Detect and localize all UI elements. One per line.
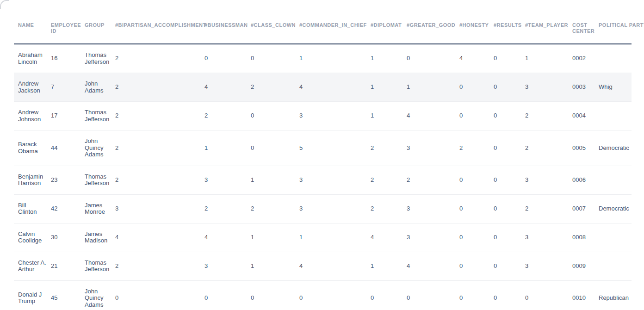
cell-employee_id: 44 xyxy=(51,130,85,166)
column-header-results[interactable]: #RESULTS xyxy=(494,20,525,44)
cell-bipartisan_accomplishment: 2 xyxy=(115,130,204,166)
table-row[interactable]: Bill Clinton42James Monroe3223230020007D… xyxy=(14,194,632,223)
cell-cost_center: 0009 xyxy=(572,252,599,280)
column-header-commander_in_chief[interactable]: #COMMANDER_IN_CHIEF xyxy=(299,20,371,44)
column-header-class_clown[interactable]: #CLASS_CLOWN xyxy=(251,20,299,44)
table-row[interactable]: Barack Obama44John Quincy Adams210523202… xyxy=(14,130,632,166)
employee-directory: NAMEEMPLOYEE IDGROUP#BIPARTISAN_ACCOMPLI… xyxy=(14,20,632,310)
table-row[interactable]: Calvin Coolidge30James Madison4411430030… xyxy=(14,223,632,252)
cell-political_party: Whig xyxy=(599,73,632,102)
cell-bipartisan_accomplishment: 2 xyxy=(115,166,204,194)
cell-bipartisan_accomplishment: 2 xyxy=(115,252,204,280)
column-header-name[interactable]: NAME xyxy=(14,20,51,44)
column-header-honesty[interactable]: #HONESTY xyxy=(459,20,494,44)
cell-political_party: Democratic xyxy=(599,130,632,166)
cell-employee_id: 17 xyxy=(51,102,85,130)
column-header-political_party[interactable]: POLITICAL PARTY xyxy=(599,20,632,44)
cell-cost_center: 0005 xyxy=(572,130,599,166)
cell-team_player: 2 xyxy=(525,102,572,130)
cell-diplomat: 1 xyxy=(371,252,407,280)
table-row[interactable]: Donald J Trump45John Quincy Adams0000000… xyxy=(14,280,632,310)
column-header-employee_id[interactable]: EMPLOYEE ID xyxy=(51,20,85,44)
table-row[interactable]: Benjamin Harrison23Thomas Jefferson23132… xyxy=(14,166,632,194)
cell-results: 0 xyxy=(494,194,525,223)
cell-political_party xyxy=(599,166,632,194)
cell-results: 0 xyxy=(494,102,525,130)
column-header-cost_center[interactable]: COST CENTER xyxy=(572,20,599,44)
column-header-businessman[interactable]: #BUSINESSMAN xyxy=(204,20,251,44)
cell-honesty: 4 xyxy=(459,44,494,73)
cell-bipartisan_accomplishment: 4 xyxy=(115,223,204,252)
cell-class_clown: 0 xyxy=(251,280,299,310)
cell-greater_good: 1 xyxy=(407,73,459,102)
cell-bipartisan_accomplishment: 0 xyxy=(115,280,204,310)
cell-name: Abraham Lincoln xyxy=(14,44,51,73)
column-header-diplomat[interactable]: #DIPLOMAT xyxy=(371,20,407,44)
cell-political_party: Democratic xyxy=(599,194,632,223)
cell-greater_good: 3 xyxy=(407,223,459,252)
cell-commander_in_chief: 4 xyxy=(299,73,371,102)
cell-bipartisan_accomplishment: 3 xyxy=(115,194,204,223)
cell-group: James Monroe xyxy=(85,194,115,223)
cell-honesty: 0 xyxy=(459,194,494,223)
cell-class_clown: 1 xyxy=(251,252,299,280)
cell-greater_good: 3 xyxy=(407,130,459,166)
table-row[interactable]: Chester A. Arthur21Thomas Jefferson23141… xyxy=(14,252,632,280)
cell-class_clown: 1 xyxy=(251,166,299,194)
cell-diplomat: 1 xyxy=(371,73,407,102)
cell-employee_id: 23 xyxy=(51,166,85,194)
column-header-greater_good[interactable]: #GREATER_GOOD xyxy=(407,20,459,44)
cell-team_player: 0 xyxy=(525,280,572,310)
cell-businessman: 3 xyxy=(204,252,251,280)
cell-group: Thomas Jefferson xyxy=(85,44,115,73)
cell-diplomat: 1 xyxy=(371,102,407,130)
column-header-bipartisan_accomplishment[interactable]: #BIPARTISAN_ACCOMPLISHMENT xyxy=(115,20,204,44)
cell-businessman: 0 xyxy=(204,44,251,73)
cell-group: John Quincy Adams xyxy=(85,130,115,166)
cell-group: Thomas Jefferson xyxy=(85,166,115,194)
cell-name: Benjamin Harrison xyxy=(14,166,51,194)
cell-group: John Quincy Adams xyxy=(85,280,115,310)
cell-cost_center: 0006 xyxy=(572,166,599,194)
table-row[interactable]: Andrew Jackson7John Adams2424110030003Wh… xyxy=(14,73,632,102)
employee-table: NAMEEMPLOYEE IDGROUP#BIPARTISAN_ACCOMPLI… xyxy=(14,20,632,310)
cell-political_party xyxy=(599,102,632,130)
cell-cost_center: 0002 xyxy=(572,44,599,73)
cell-commander_in_chief: 3 xyxy=(299,194,371,223)
cell-class_clown: 2 xyxy=(251,73,299,102)
cell-commander_in_chief: 1 xyxy=(299,44,371,73)
table-body: Abraham Lincoln16Thomas Jefferson2001104… xyxy=(14,44,632,310)
cell-commander_in_chief: 3 xyxy=(299,166,371,194)
cell-name: Andrew Jackson xyxy=(14,73,51,102)
cell-honesty: 0 xyxy=(459,252,494,280)
cell-name: Calvin Coolidge xyxy=(14,223,51,252)
table-row[interactable]: Andrew Johnson17Thomas Jefferson22031400… xyxy=(14,102,632,130)
cell-name: Chester A. Arthur xyxy=(14,252,51,280)
cell-group: James Madison xyxy=(85,223,115,252)
cell-class_clown: 0 xyxy=(251,102,299,130)
cell-diplomat: 2 xyxy=(371,130,407,166)
column-header-team_player[interactable]: #TEAM_PLAYER xyxy=(525,20,572,44)
cell-honesty: 2 xyxy=(459,130,494,166)
cell-employee_id: 42 xyxy=(51,194,85,223)
cell-employee_id: 16 xyxy=(51,44,85,73)
cell-honesty: 0 xyxy=(459,73,494,102)
cell-businessman: 4 xyxy=(204,73,251,102)
cell-greater_good: 0 xyxy=(407,44,459,73)
cell-group: Thomas Jefferson xyxy=(85,102,115,130)
cell-greater_good: 4 xyxy=(407,252,459,280)
cell-honesty: 0 xyxy=(459,166,494,194)
cell-class_clown: 1 xyxy=(251,223,299,252)
column-header-group[interactable]: GROUP xyxy=(85,20,115,44)
cell-political_party: Republican xyxy=(599,280,632,310)
cell-team_player: 2 xyxy=(525,194,572,223)
cell-greater_good: 2 xyxy=(407,166,459,194)
cell-businessman: 2 xyxy=(204,194,251,223)
cell-commander_in_chief: 5 xyxy=(299,130,371,166)
table-row[interactable]: Abraham Lincoln16Thomas Jefferson2001104… xyxy=(14,44,632,73)
cell-honesty: 0 xyxy=(459,102,494,130)
cell-bipartisan_accomplishment: 2 xyxy=(115,102,204,130)
cell-team_player: 2 xyxy=(525,130,572,166)
cell-bipartisan_accomplishment: 2 xyxy=(115,73,204,102)
cell-cost_center: 0003 xyxy=(572,73,599,102)
